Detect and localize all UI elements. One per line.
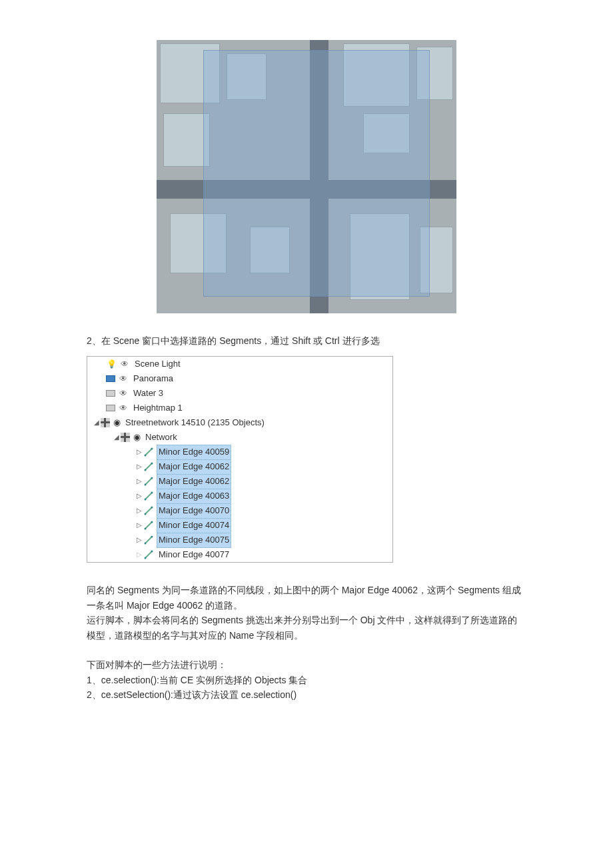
building-block <box>163 113 210 167</box>
tree-item-scene-light[interactable]: 💡 👁 Scene Light <box>87 357 392 371</box>
expand-arrow-icon[interactable]: ▷ <box>135 535 143 545</box>
expand-arrow-icon[interactable]: ▷ <box>135 447 143 457</box>
method-desc: 2、ce.setSelection():通过该方法设置 ce.selection… <box>87 687 526 702</box>
svg-point-0 <box>145 455 147 457</box>
building-block <box>227 53 267 100</box>
viewport-screenshot <box>157 40 456 313</box>
building-block <box>416 47 453 100</box>
street-network-icon <box>101 418 110 427</box>
expand-arrow-icon[interactable]: ▷ <box>135 491 143 501</box>
expand-arrow-icon[interactable]: ▷ <box>135 461 143 472</box>
edge-icon <box>143 549 154 560</box>
svg-point-9 <box>151 507 153 509</box>
light-icon: 💡 <box>106 359 117 369</box>
tree-label: Minor Edge 40077 <box>157 547 231 563</box>
edge-icon <box>143 461 154 472</box>
visibility-icon: 👁 <box>118 403 129 413</box>
expand-arrow-icon[interactable]: ▷ <box>135 476 143 487</box>
building-block <box>170 213 227 273</box>
visibility-dot-icon: ◉ <box>113 419 121 427</box>
tree-label: Major Edge 40062 <box>157 459 231 475</box>
building-block <box>363 113 410 153</box>
edge-icon <box>143 491 154 501</box>
svg-point-12 <box>145 543 147 545</box>
tree-label: Major Edge 40063 <box>157 489 231 504</box>
tree-label: Heightmap 1 <box>131 401 185 416</box>
tree-label: Minor Edge 40059 <box>157 445 231 460</box>
svg-point-11 <box>151 521 153 523</box>
tree-label: Water 3 <box>131 386 165 401</box>
method-desc: 1、ce.selection():当前 CE 实例所选择的 Objects 集合 <box>87 673 526 687</box>
tree-item-edge[interactable]: ▷ Minor Edge 40075 <box>87 533 392 547</box>
expand-arrow-icon[interactable]: ◢ <box>113 432 121 443</box>
svg-point-14 <box>145 557 147 559</box>
tree-item-edge[interactable]: ▷ Minor Edge 40059 <box>87 445 392 459</box>
paragraph: 运行脚本，脚本会将同名的 Segments 挑选出来并分别导出到一个 Obj 文… <box>87 613 526 643</box>
svg-point-13 <box>151 536 153 538</box>
expand-arrow-icon[interactable]: ◢ <box>93 417 101 428</box>
svg-point-1 <box>151 448 153 450</box>
tree-item-network[interactable]: ◢ ◉ Network <box>87 430 392 445</box>
tree-label: Network <box>143 430 179 445</box>
visibility-icon: 👁 <box>118 388 129 399</box>
tree-label: Scene Light <box>133 357 183 372</box>
tree-label: Major Edge 40062 <box>157 474 231 489</box>
tree-label: Major Edge 40070 <box>157 503 231 519</box>
visibility-dot-icon: ◉ <box>133 433 141 441</box>
svg-point-2 <box>145 469 147 471</box>
svg-point-15 <box>151 551 153 553</box>
tree-item-edge[interactable]: ▷ Major Edge 40063 <box>87 489 392 503</box>
panorama-icon <box>106 375 115 382</box>
edge-icon <box>143 520 154 531</box>
tree-item-streetnetwork[interactable]: ◢ ◉ Streetnetwork 14510 (2135 Objects) <box>87 415 392 430</box>
tree-item-edge[interactable]: ▷ Major Edge 40070 <box>87 503 392 518</box>
svg-point-6 <box>145 499 147 501</box>
tree-item-edge[interactable]: ▷ Minor Edge 40074 <box>87 518 392 533</box>
svg-point-3 <box>151 463 153 465</box>
tree-item-water[interactable]: 👁 Water 3 <box>87 386 392 401</box>
explanation-paragraphs: 同名的 Segments 为同一条道路的不同线段，如上图中的两个 Major E… <box>87 583 526 702</box>
building-block <box>160 43 220 103</box>
terrain-icon <box>106 405 115 411</box>
road-vertical <box>310 40 328 313</box>
building-block <box>343 43 410 107</box>
visibility-icon: 👁 <box>119 359 130 369</box>
tree-item-heightmap[interactable]: 👁 Heightmap 1 <box>87 401 392 415</box>
tree-label: Minor Edge 40075 <box>157 533 231 548</box>
paragraph: 同名的 Segments 为同一条道路的不同线段，如上图中的两个 Major E… <box>87 583 526 613</box>
svg-point-5 <box>151 477 153 479</box>
svg-point-10 <box>145 528 147 530</box>
tree-label: Panorama <box>131 371 175 387</box>
svg-point-8 <box>145 513 147 515</box>
edge-icon <box>143 476 154 487</box>
tree-label: Streetnetwork 14510 (2135 Objects) <box>123 415 267 431</box>
edge-icon <box>143 447 154 457</box>
scene-tree-panel: 💡 👁 Scene Light 👁 Panorama 👁 Water 3 👁 H… <box>87 356 393 563</box>
expand-arrow-icon[interactable]: ▷ <box>135 505 143 516</box>
edge-icon <box>143 535 154 545</box>
svg-point-7 <box>151 492 153 494</box>
tree-item-edge[interactable]: ▷ Major Edge 40062 <box>87 459 392 474</box>
tree-item-edge[interactable]: ▷ Major Edge 40062 <box>87 474 392 489</box>
building-block <box>350 213 410 300</box>
svg-point-4 <box>145 484 147 486</box>
visibility-icon: 👁 <box>118 373 129 384</box>
step-2-text: 2、在 Scene 窗口中选择道路的 Segments，通过 Shift 或 C… <box>87 333 526 348</box>
edge-icon <box>143 505 154 516</box>
tree-item-panorama[interactable]: 👁 Panorama <box>87 371 392 386</box>
expand-arrow-icon[interactable]: ▷ <box>135 549 143 560</box>
building-block <box>420 227 453 293</box>
paragraph: 下面对脚本的一些方法进行说明： <box>87 657 526 672</box>
terrain-icon <box>106 390 115 397</box>
building-block <box>250 227 290 273</box>
tree-item-edge[interactable]: ▷ Minor Edge 40077 <box>87 547 392 562</box>
street-network-icon <box>121 433 130 442</box>
tree-label: Minor Edge 40074 <box>157 518 231 533</box>
road-horizontal <box>157 180 456 199</box>
expand-arrow-icon[interactable]: ▷ <box>135 520 143 531</box>
